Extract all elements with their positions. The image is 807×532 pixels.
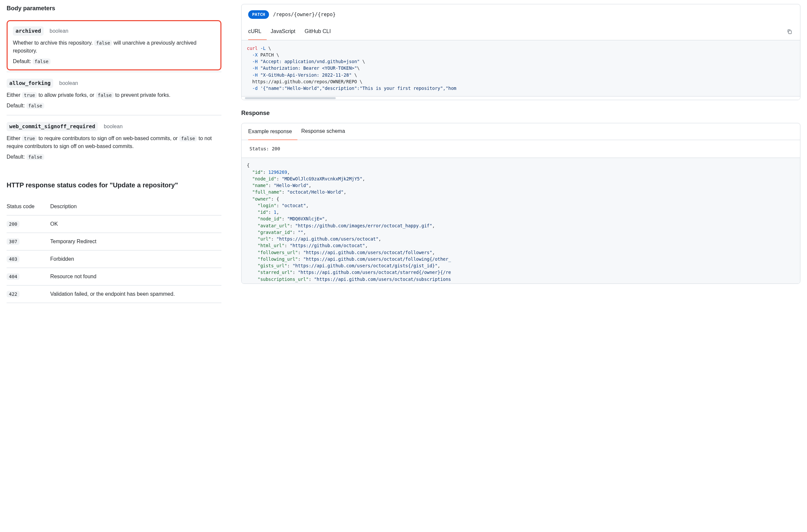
status-description: Resource not found <box>50 268 222 285</box>
tab-github-cli[interactable]: GitHub CLI <box>305 23 336 40</box>
status-th-code: Status code <box>6 198 50 215</box>
param-name: allow_forking <box>6 79 53 88</box>
status-code: 200 <box>6 221 19 227</box>
status-description: OK <box>50 215 222 233</box>
tab-response-schema[interactable]: Response schema <box>301 123 351 140</box>
endpoint-path: /repos/{owner}/{repo} <box>273 11 336 19</box>
tab-example-response[interactable]: Example response <box>248 124 297 140</box>
status-code: 307 <box>6 238 19 245</box>
param-type: boolean <box>59 79 78 87</box>
status-row: 403Forbidden <box>6 250 222 268</box>
param-name: archived <box>13 26 44 36</box>
status-th-desc: Description <box>50 198 222 215</box>
param-web_commit_signoff_required: web_commit_signoff_requiredbooleanEither… <box>6 115 222 166</box>
status-row: 404Resource not found <box>6 268 222 285</box>
status-codes-heading: HTTP response status codes for "Update a… <box>6 180 222 190</box>
status-row: 307Temporary Redirect <box>6 233 222 250</box>
status-row: 200OK <box>6 215 222 233</box>
body-params-heading: Body parameters <box>6 4 222 13</box>
param-default: Default: false <box>6 153 222 161</box>
request-code-block: curl -L \ -X PATCH \ -H "Accept: applica… <box>242 40 800 97</box>
status-row: 422Validation failed, or the endpoint ha… <box>6 285 222 303</box>
copy-icon[interactable] <box>786 28 793 36</box>
request-panel: PATCH /repos/{owner}/{repo} cURLJavaScri… <box>241 4 801 100</box>
response-panel: Example responseResponse schema Status: … <box>241 123 801 284</box>
response-status-line: Status: 200 <box>242 140 800 158</box>
tab-curl[interactable]: cURL <box>248 23 267 40</box>
response-heading: Response <box>241 109 801 118</box>
status-description: Validation failed, or the endpoint has b… <box>50 285 222 303</box>
horizontal-scrollbar[interactable] <box>242 96 800 100</box>
svg-rect-0 <box>788 31 791 34</box>
status-description: Temporary Redirect <box>50 233 222 250</box>
response-json-block: { "id": 1296269, "node_id": "MDEwOlJlcG9… <box>242 158 800 284</box>
status-table: Status code Description 200OK307Temporar… <box>6 198 222 303</box>
param-description: Either true to allow private forks, or f… <box>6 91 222 99</box>
status-code: 403 <box>6 256 19 262</box>
status-code: 404 <box>6 273 19 280</box>
param-default: Default: false <box>13 57 215 65</box>
param-archived: archivedbooleanWhether to archive this r… <box>6 20 222 70</box>
status-code: 422 <box>6 291 19 298</box>
param-type: boolean <box>50 27 69 35</box>
status-description: Forbidden <box>50 250 222 268</box>
param-allow_forking: allow_forkingbooleanEither true to allow… <box>6 72 222 115</box>
method-badge: PATCH <box>248 10 269 19</box>
param-name: web_commit_signoff_required <box>6 122 98 131</box>
param-default: Default: false <box>6 102 222 110</box>
param-description: Either true to require contributors to s… <box>6 134 222 150</box>
tab-javascript[interactable]: JavaScript <box>271 23 301 40</box>
param-description: Whether to archive this repository. fals… <box>13 39 215 55</box>
param-type: boolean <box>104 122 122 131</box>
